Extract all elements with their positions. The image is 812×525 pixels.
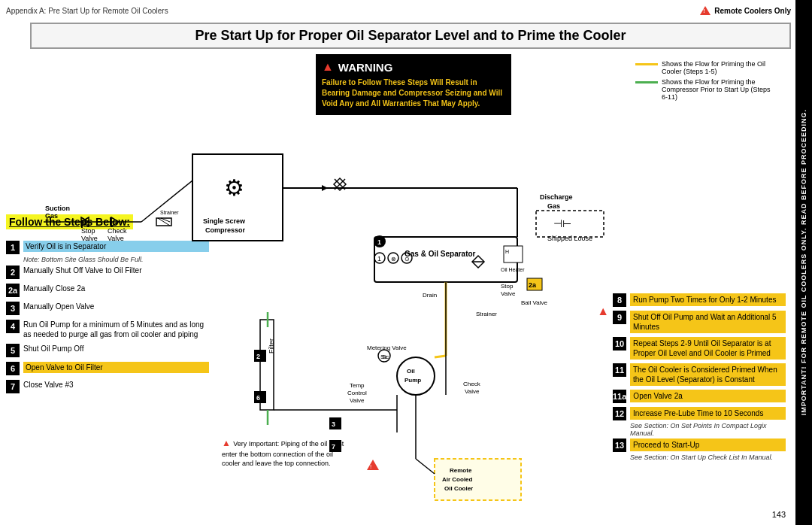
svg-text:1: 1 xyxy=(377,238,381,246)
svg-text:⊗: ⊗ xyxy=(391,256,396,262)
svg-text:Gas: Gas xyxy=(547,202,560,210)
svg-text:1: 1 xyxy=(377,255,381,262)
svg-text:!: ! xyxy=(370,463,371,470)
svg-text:Gas: Gas xyxy=(45,212,58,220)
svg-text:2: 2 xyxy=(256,353,260,360)
right-sidebar: IMPORTANT! FOR REMOTE OIL COOLERS ONLY. … xyxy=(795,0,812,525)
header: Appendix A: Pre Start Up for Remote Oil … xyxy=(6,6,791,15)
main-diagram: Suction Gas Stop Valve Check Valve Disch… xyxy=(6,49,795,515)
svg-text:Gas & Oil Separator: Gas & Oil Separator xyxy=(404,250,476,258)
svg-text:Compressor: Compressor xyxy=(205,226,246,234)
sidebar-text: IMPORTANT! FOR REMOTE OIL COOLERS ONLY. … xyxy=(800,109,807,415)
svg-text:Discharge: Discharge xyxy=(540,193,573,201)
svg-text:Valve: Valve xyxy=(81,235,98,242)
svg-text:Valve: Valve xyxy=(108,235,124,242)
svg-text:Pump: Pump xyxy=(404,377,421,384)
svg-text:Drain: Drain xyxy=(423,292,437,299)
svg-text:Strainer: Strainer xyxy=(476,311,497,317)
svg-text:Shipped Loose: Shipped Loose xyxy=(547,235,592,242)
svg-text:2a: 2a xyxy=(529,281,537,289)
svg-text:Valve: Valve xyxy=(350,397,365,404)
svg-marker-86 xyxy=(367,460,379,470)
svg-text:Filter: Filter xyxy=(268,338,275,354)
appendix-label: Appendix A: Pre Start Up for Remote Oil … xyxy=(6,7,168,15)
svg-line-55 xyxy=(435,356,446,357)
svg-text:Remote: Remote xyxy=(450,467,472,474)
svg-text:Oil Cooler: Oil Cooler xyxy=(444,485,473,492)
subtitle-label: Remote Coolers Only xyxy=(714,7,791,15)
svg-text:Temp: Temp xyxy=(350,382,365,389)
main-title: Pre Start Up for Proper Oil Separator Le… xyxy=(30,23,791,49)
svg-text:Sc: Sc xyxy=(382,354,389,360)
svg-text:Stop: Stop xyxy=(501,283,514,290)
header-center: Remote Coolers Only xyxy=(700,6,791,15)
svg-text:Single Screw: Single Screw xyxy=(203,217,246,225)
svg-point-34 xyxy=(397,357,435,395)
page-number: 143 xyxy=(772,510,786,519)
svg-text:Valve: Valve xyxy=(501,290,516,297)
svg-text:Valve: Valve xyxy=(465,388,480,395)
svg-text:Check: Check xyxy=(108,227,127,235)
svg-text:6: 6 xyxy=(256,394,260,402)
svg-line-64 xyxy=(141,181,192,222)
svg-text:Air Cooled: Air Cooled xyxy=(442,476,473,483)
svg-text:⊙: ⊙ xyxy=(404,256,410,262)
svg-text:Ball Valve: Ball Valve xyxy=(521,299,548,306)
svg-text:Oil: Oil xyxy=(407,368,415,375)
svg-text:Stop: Stop xyxy=(81,227,95,235)
warning-icon-header xyxy=(700,6,710,15)
svg-line-85 xyxy=(416,459,435,474)
svg-text:3: 3 xyxy=(332,420,335,428)
svg-text:H: H xyxy=(505,249,509,254)
svg-text:⊣⊢: ⊣⊢ xyxy=(553,217,571,229)
svg-text:7: 7 xyxy=(332,443,335,451)
svg-text:Oil Heater: Oil Heater xyxy=(501,267,525,272)
svg-text:Strainer: Strainer xyxy=(160,210,179,215)
suction-gas-label: Suction xyxy=(45,205,70,212)
svg-text:Control: Control xyxy=(347,390,367,396)
svg-text:Check: Check xyxy=(463,381,481,387)
svg-text:⚙: ⚙ xyxy=(224,175,244,200)
